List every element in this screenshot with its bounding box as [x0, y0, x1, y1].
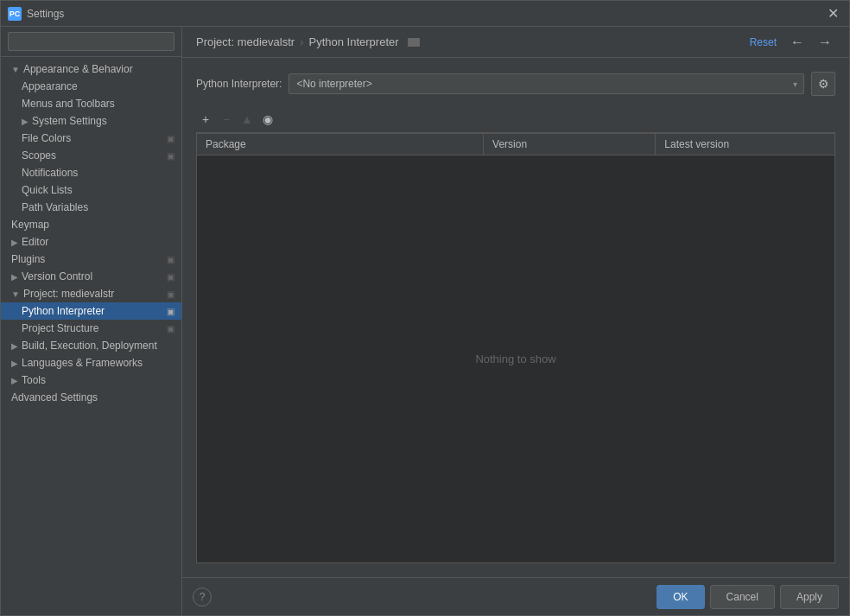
- sidebar-item-plugins[interactable]: Plugins ▣: [1, 251, 181, 268]
- search-box: [1, 27, 181, 57]
- packages-area: + − ▲ ◉ Package Version Latest version N…: [196, 106, 835, 563]
- col-latest-header: Latest version: [656, 134, 834, 155]
- project-icon: ▣: [167, 289, 174, 299]
- arrow-icon: ▼: [11, 289, 20, 299]
- back-button[interactable]: ←: [787, 33, 808, 52]
- app-icon: PC: [8, 7, 22, 21]
- sidebar-item-editor[interactable]: ▶ Editor: [1, 233, 181, 251]
- sidebar-item-languages-frameworks[interactable]: ▶ Languages & Frameworks: [1, 354, 181, 372]
- breadcrumb-project: Project: medievalstr: [196, 35, 295, 48]
- search-input[interactable]: [8, 32, 174, 51]
- arrow-icon: ▶: [11, 359, 18, 368]
- arrow-icon: ▶: [11, 376, 18, 385]
- packages-toolbar: + − ▲ ◉: [196, 106, 835, 133]
- sidebar-item-path-variables[interactable]: Path Variables: [1, 199, 181, 216]
- sidebar-item-project-structure[interactable]: Project Structure ▣: [1, 320, 181, 337]
- version-control-icon: ▣: [167, 272, 174, 282]
- sidebar-item-menus-toolbars[interactable]: Menus and Toolbars: [1, 95, 181, 112]
- title-bar-left: PC Settings: [8, 7, 64, 21]
- file-colors-icon: ▣: [167, 134, 174, 143]
- show-package-button[interactable]: ◉: [258, 110, 277, 129]
- forward-button[interactable]: →: [815, 33, 835, 52]
- col-package-header: Package: [197, 134, 484, 155]
- python-interpreter-icon: ▣: [167, 307, 174, 316]
- sidebar-item-keymap[interactable]: Keymap: [1, 216, 181, 233]
- title-bar: PC Settings ✕: [1, 1, 849, 27]
- breadcrumb-separator: ›: [300, 35, 303, 48]
- panel-header: Project: medievalstr › Python Interprete…: [182, 27, 849, 58]
- sidebar-item-version-control[interactable]: ▶ Version Control ▣: [1, 268, 181, 285]
- sidebar-item-notifications[interactable]: Notifications: [1, 164, 181, 181]
- sidebar-item-quick-lists[interactable]: Quick Lists: [1, 181, 181, 199]
- arrow-icon: ▶: [22, 117, 29, 126]
- arrow-icon: ▼: [11, 65, 20, 74]
- arrow-icon: ▶: [11, 238, 18, 247]
- interpreter-label: Python Interpreter:: [196, 78, 282, 90]
- scopes-icon: ▣: [167, 151, 174, 161]
- plugins-icon: ▣: [167, 255, 174, 264]
- sidebar-item-project-medievalstr[interactable]: ▼ Project: medievalstr ▣: [1, 285, 181, 302]
- apply-button[interactable]: Apply: [780, 585, 839, 609]
- sidebar-item-scopes[interactable]: Scopes ▣: [1, 147, 181, 164]
- panel-body: Python Interpreter: <No interpreter> ▾ ⚙…: [182, 58, 849, 577]
- sidebar-item-advanced-settings[interactable]: Advanced Settings: [1, 389, 181, 406]
- interpreter-row: Python Interpreter: <No interpreter> ▾ ⚙: [196, 72, 835, 96]
- arrow-icon: ▶: [11, 272, 18, 282]
- sidebar-tree: ▼ Appearance & Behavior Appearance Menus…: [1, 57, 181, 410]
- sidebar-item-file-colors[interactable]: File Colors ▣: [1, 130, 181, 147]
- breadcrumb-current: Python Interpreter: [309, 35, 399, 48]
- remove-package-button[interactable]: −: [217, 110, 236, 129]
- right-panel: Project: medievalstr › Python Interprete…: [182, 27, 849, 615]
- reset-button[interactable]: Reset: [746, 35, 780, 50]
- bottom-actions: OK Cancel Apply: [657, 585, 839, 609]
- gear-button[interactable]: ⚙: [811, 72, 835, 96]
- sidebar-item-tools[interactable]: ▶ Tools: [1, 372, 181, 389]
- up-package-button[interactable]: ▲: [238, 110, 257, 129]
- interpreter-select-wrapper: <No interpreter> ▾: [289, 73, 804, 94]
- project-structure-icon: ▣: [167, 324, 174, 333]
- arrow-icon: ▶: [11, 341, 18, 351]
- help-button[interactable]: ?: [193, 587, 212, 606]
- table-body: Nothing to show: [197, 156, 834, 562]
- sidebar-item-appearance[interactable]: Appearance: [1, 78, 181, 95]
- interpreter-select[interactable]: <No interpreter>: [289, 73, 804, 94]
- header-actions: Reset ← →: [746, 33, 835, 52]
- window-title: Settings: [27, 8, 64, 20]
- breadcrumb: Project: medievalstr › Python Interprete…: [196, 35, 420, 48]
- ok-button[interactable]: OK: [657, 585, 704, 609]
- packages-table: Package Version Latest version Nothing t…: [196, 133, 835, 563]
- table-header: Package Version Latest version: [197, 134, 834, 156]
- sidebar-item-system-settings[interactable]: ▶ System Settings: [1, 112, 181, 130]
- main-content: ▼ Appearance & Behavior Appearance Menus…: [1, 27, 849, 615]
- sidebar-item-build-execution[interactable]: ▶ Build, Execution, Deployment: [1, 337, 181, 354]
- close-button[interactable]: ✕: [824, 5, 842, 22]
- sidebar-item-appearance-behavior[interactable]: ▼ Appearance & Behavior: [1, 60, 181, 78]
- empty-message: Nothing to show: [475, 352, 555, 365]
- col-version-header: Version: [484, 134, 656, 155]
- sidebar-item-python-interpreter[interactable]: Python Interpreter ▣: [1, 302, 181, 320]
- settings-window: PC Settings ✕ ▼ Appearance & Behavior Ap…: [0, 0, 850, 616]
- breadcrumb-page-icon: [408, 38, 420, 47]
- bottom-bar: ? OK Cancel Apply: [182, 577, 849, 615]
- sidebar: ▼ Appearance & Behavior Appearance Menus…: [1, 27, 182, 615]
- cancel-button[interactable]: Cancel: [710, 585, 775, 609]
- add-package-button[interactable]: +: [196, 110, 215, 129]
